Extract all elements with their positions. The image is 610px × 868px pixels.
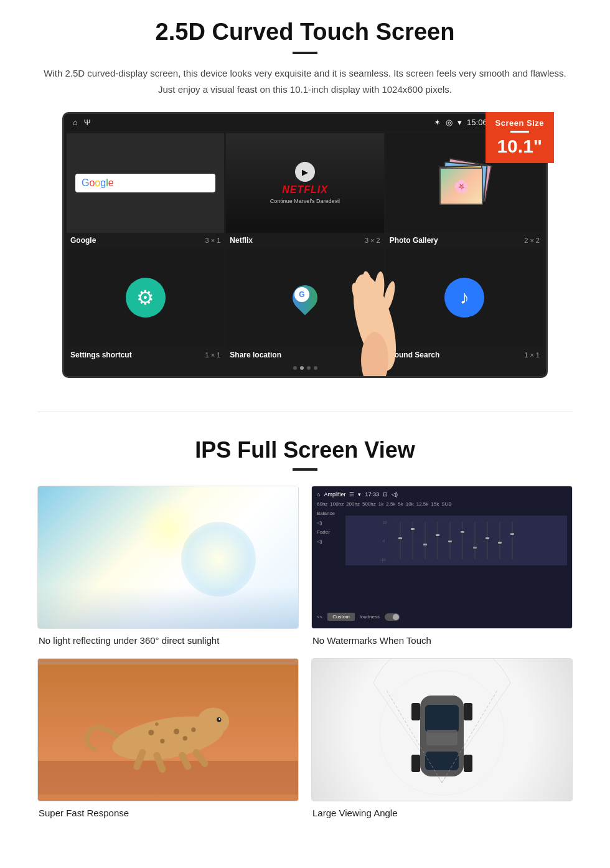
amp-header: ⌂ Amplifier ☰ ▾ 17:33 ⊡ ◁): [317, 491, 567, 498]
netflix-play-button[interactable]: ▶: [295, 162, 315, 182]
google-logo: Google: [82, 177, 114, 189]
netflix-bg: ▶ NETFLIX Continue Marvel's Daredevil: [226, 133, 383, 233]
car-svg: [355, 658, 529, 801]
svg-point-41: [183, 736, 187, 740]
feature-no-reflect: No light reflecting under 360° direct su…: [37, 486, 299, 646]
device-frame: ⌂ Ψ ✶ ◎ ▾ 15:06 ⊡ ◁) ⊠ ▭: [62, 112, 548, 378]
svg-rect-21: [486, 537, 489, 539]
app-label-share: Share location 1 × 1: [226, 347, 383, 362]
usb-icon: Ψ: [84, 118, 91, 127]
sound-app-dim: 1 × 1: [524, 351, 540, 359]
svg-rect-7: [398, 537, 402, 539]
svg-text:0: 0: [383, 539, 385, 543]
photo-card-main: 🌸: [439, 167, 483, 205]
svg-point-43: [155, 722, 158, 725]
svg-point-38: [148, 730, 154, 735]
eq-svg: 10 0 -10: [345, 516, 567, 565]
share-app-name: Share location: [230, 351, 281, 359]
settings-app-dim: 1 × 1: [205, 351, 221, 359]
svg-rect-52: [425, 705, 459, 733]
app-label-sound: Sound Search 1 × 1: [386, 347, 543, 362]
cheetah-svg: [38, 658, 298, 801]
netflix-subtitle: Continue Marvel's Daredevil: [270, 198, 340, 204]
app-label-row-2: Settings shortcut 1 × 1 Share location 1…: [67, 347, 543, 362]
status-time: 15:06: [467, 118, 487, 127]
sound-app-name: Sound Search: [390, 351, 440, 359]
photo-stack: 🌸: [439, 158, 489, 208]
amp-wifi-icon: ▾: [358, 491, 361, 498]
dot-1: [293, 366, 297, 370]
feature-img-sky: [37, 486, 299, 629]
wifi-icon: ▾: [458, 118, 462, 127]
app-cell-settings[interactable]: ⚙: [67, 248, 224, 347]
title-underline: [293, 52, 317, 54]
gallery-app-name: Photo Gallery: [390, 236, 438, 245]
share-app-dim: 1 × 1: [365, 351, 380, 359]
app-label-row-1: Google 3 × 1 Netflix 3 × 2 Photo Gallery…: [67, 233, 543, 248]
amp-vol-icon: ◁): [392, 491, 398, 498]
svg-rect-25: [510, 533, 514, 535]
amp-freq-labels: 60hz 100hz 200hz 500hz 1k 2.5k 5k 10k 12…: [317, 500, 567, 508]
app-cell-sound[interactable]: ♪: [386, 248, 543, 347]
maps-icon-wrapper: G: [289, 282, 321, 313]
amp-menu-icon: ☰: [349, 491, 354, 498]
section-curved-screen: 2.5D Curved Touch Screen With 2.5D curve…: [0, 0, 610, 393]
feature-caption-angle: Large Viewing Angle: [311, 808, 573, 818]
section2-underline: [293, 468, 317, 471]
svg-point-49: [218, 718, 220, 720]
feature-grid: No light reflecting under 360° direct su…: [37, 486, 573, 818]
device-statusbar: ⌂ Ψ ✶ ◎ ▾ 15:06 ⊡ ◁) ⊠ ▭: [64, 114, 546, 131]
app-cell-netflix[interactable]: ▶ NETFLIX Continue Marvel's Daredevil: [226, 133, 383, 233]
svg-rect-58: [426, 730, 458, 745]
svg-rect-56: [411, 755, 420, 772]
amp-time: 17:33: [365, 491, 379, 498]
toggle-switch[interactable]: [385, 613, 400, 621]
app-label-google: Google 3 × 1: [67, 233, 224, 248]
google-app-name: Google: [70, 236, 96, 245]
location-icon: ◎: [446, 118, 453, 127]
section2-title: IPS Full Screen View: [37, 437, 573, 463]
amp-eq-area: 10 0 -10: [345, 516, 567, 565]
svg-rect-55: [464, 703, 472, 720]
screen-size-badge: Screen Size 10.1": [486, 112, 555, 163]
feature-fast-response: Super Fast Response: [37, 658, 299, 818]
amplifier-ui: ⌂ Amplifier ☰ ▾ 17:33 ⊡ ◁) 60hz 100hz 20…: [312, 486, 572, 628]
home-icon[interactable]: ⌂: [73, 118, 78, 127]
badge-size-value: 10.1": [495, 136, 545, 157]
gallery-app-dim: 2 × 2: [524, 237, 540, 244]
google-app-dim: 3 × 1: [205, 237, 221, 244]
app-cell-google[interactable]: Google: [67, 133, 224, 233]
badge-label: Screen Size: [495, 118, 545, 128]
bluetooth-icon: ✶: [434, 118, 441, 127]
cheetah-image: [38, 659, 298, 801]
screen-dots: [67, 362, 543, 374]
app-grid-top: Google ▶ NETFLIX Continue Marvel's Dared…: [67, 133, 543, 233]
section-ips-screen: IPS Full Screen View No light reflecting…: [0, 431, 610, 831]
amp-cam-icon: ⊡: [383, 491, 388, 498]
feature-img-cheetah: [37, 658, 299, 801]
settings-icon: ⚙: [126, 278, 166, 318]
svg-rect-17: [461, 531, 464, 533]
svg-rect-23: [498, 542, 502, 544]
sky-gradient-bottom: [38, 586, 298, 628]
statusbar-left: ⌂ Ψ: [73, 118, 91, 127]
svg-rect-13: [436, 534, 439, 536]
section1-desc: With 2.5D curved-display screen, this de…: [37, 65, 573, 97]
badge-divider: [510, 131, 529, 133]
sound-search-icon: ♪: [444, 278, 484, 318]
amp-sliders: 10 0 -10: [345, 511, 567, 573]
device-content: Google ▶ NETFLIX Continue Marvel's Dared…: [64, 131, 546, 376]
app-cell-share[interactable]: G: [226, 248, 383, 347]
custom-btn[interactable]: Custom: [327, 613, 355, 621]
app-label-netflix: Netflix 3 × 2: [226, 233, 383, 248]
device-mockup: Screen Size 10.1" ⌂ Ψ ✶ ◎ ▾ 15:06 ⊡ ◁) ⊠: [62, 112, 548, 378]
dot-3: [307, 366, 311, 370]
svg-rect-19: [473, 547, 477, 549]
feature-caption-reflect: No light reflecting under 360° direct su…: [37, 635, 299, 646]
svg-text:-10: -10: [380, 558, 386, 562]
svg-point-37: [197, 708, 229, 735]
google-search-bar[interactable]: Google: [75, 174, 215, 192]
svg-point-39: [160, 739, 164, 743]
feature-img-amp: ⌂ Amplifier ☰ ▾ 17:33 ⊡ ◁) 60hz 100hz 20…: [311, 486, 573, 629]
svg-rect-54: [411, 703, 420, 720]
